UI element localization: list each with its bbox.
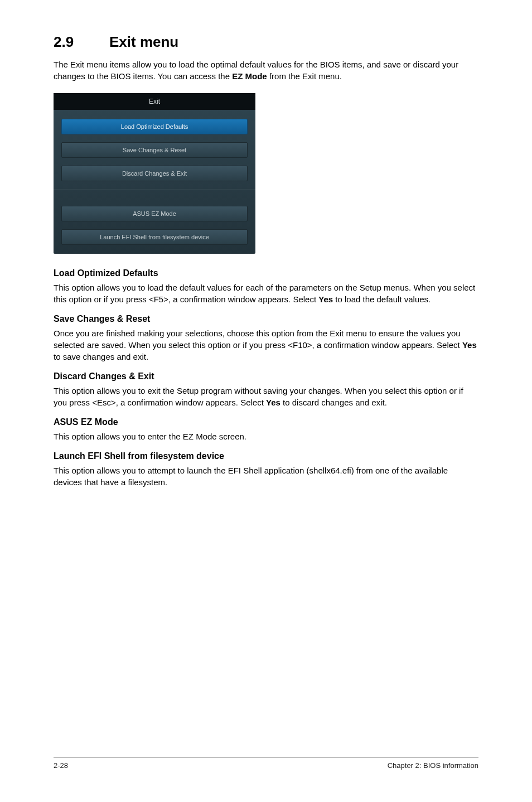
section-title-text: Exit menu (109, 33, 178, 50)
dce-c: to discard changes and exit. (280, 398, 387, 407)
dce-a: This option allows you to exit the Setup… (54, 386, 463, 407)
heading-launch-efi: Launch EFI Shell from filesystem device (54, 451, 478, 461)
footer-page-number: 2-28 (54, 761, 68, 770)
scr-b: Yes (462, 340, 477, 350)
intro-c: from the Exit menu. (267, 71, 342, 81)
intro-paragraph: The Exit menu items allow you to load th… (54, 59, 478, 82)
bios-item-launch-efi[interactable]: Launch EFI Shell from filesystem device (61, 229, 248, 245)
page-footer: 2-28 Chapter 2: BIOS information (54, 757, 478, 770)
heading-ez-mode: ASUS EZ Mode (54, 417, 478, 427)
bios-item-save-reset[interactable]: Save Changes & Reset (61, 142, 248, 158)
bios-item-load-defaults[interactable]: Load Optimized Defaults (61, 119, 248, 134)
scr-a: Once you are finished making your select… (54, 328, 462, 350)
bios-divider (54, 189, 255, 206)
bios-panel-header: Exit (54, 93, 255, 110)
heading-save-reset: Save Changes & Reset (54, 314, 478, 324)
para-save-reset: Once you are finished making your select… (54, 327, 478, 363)
section-number: 2.9 (54, 33, 109, 51)
bios-item-ez-mode[interactable]: ASUS EZ Mode (61, 206, 248, 221)
bios-panel-body: Load Optimized Defaults Save Changes & R… (54, 110, 255, 246)
para-load-defaults: This option allows you to load the defau… (54, 282, 478, 305)
section-heading: 2.9Exit menu (54, 33, 478, 51)
lod-b: Yes (318, 294, 333, 304)
page-content: 2.9Exit menu The Exit menu items allow y… (0, 0, 532, 488)
lod-c: to load the default values. (333, 294, 431, 304)
para-discard-exit: This option allows you to exit the Setup… (54, 385, 478, 408)
intro-b: EZ Mode (232, 71, 267, 81)
bios-item-discard-exit[interactable]: Discard Changes & Exit (61, 166, 248, 181)
scr-c: to save changes and exit. (54, 352, 148, 361)
bios-exit-panel: Exit Load Optimized Defaults Save Change… (54, 93, 255, 254)
para-ez-mode: This option allows you to enter the EZ M… (54, 431, 478, 442)
heading-load-defaults: Load Optimized Defaults (54, 268, 478, 278)
heading-discard-exit: Discard Changes & Exit (54, 371, 478, 381)
footer-chapter: Chapter 2: BIOS information (388, 761, 478, 770)
para-launch-efi: This option allows you to attempt to lau… (54, 465, 478, 488)
dce-b: Yes (266, 398, 280, 407)
